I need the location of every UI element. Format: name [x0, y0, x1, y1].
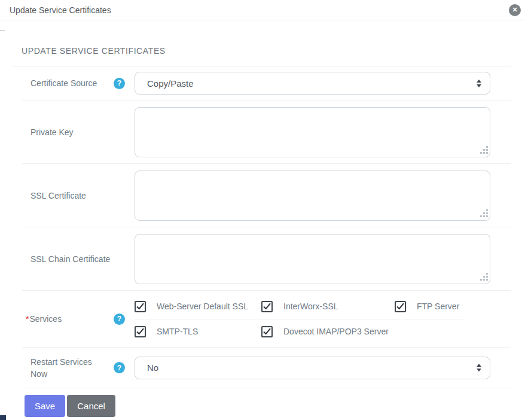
private-key-label: Private Key — [30, 126, 135, 138]
services-label-text: Services — [29, 314, 62, 324]
ssl-certificate-label: SSL Certificate — [30, 190, 135, 202]
checkbox-checked[interactable] — [135, 301, 146, 312]
save-button[interactable]: Save — [25, 395, 65, 417]
service-item-label: Dovecot IMAP/POP3 Server — [283, 327, 389, 336]
help-icon[interactable]: ? — [114, 78, 125, 89]
service-item-interworx-ssl: InterWorx-SSL — [261, 301, 395, 312]
service-item-label: FTP Server — [417, 302, 459, 311]
bottom-left-accent — [0, 415, 6, 420]
service-item-dovecot: Dovecot IMAP/POP3 Server — [261, 326, 389, 337]
modal-header: Update Service Certificates ✕ — [0, 0, 525, 20]
certificate-source-select[interactable]: Copy/Paste — [135, 72, 490, 95]
section-heading-wrap: UPDATE SERVICE CERTIFICATES — [11, 20, 511, 66]
service-item-label: Web-Server Default SSL — [157, 302, 248, 311]
checkbox-checked[interactable] — [395, 301, 406, 312]
ssl-chain-certificate-control-col — [135, 234, 511, 284]
service-item-ftp-server: FTP Server — [395, 301, 459, 312]
question-glyph: ? — [117, 364, 121, 372]
modal-title: Update Service Certificates — [10, 5, 111, 15]
cancel-button[interactable]: Cancel — [67, 395, 115, 417]
restart-services-select[interactable]: No — [135, 357, 490, 379]
close-icon: ✕ — [512, 7, 517, 13]
help-icon[interactable]: ? — [114, 362, 125, 373]
certificate-source-control-col: Copy/Paste — [135, 72, 511, 95]
ssl-certificate-textarea-wrap — [135, 171, 490, 221]
certificate-source-selected-value: Copy/Paste — [147, 78, 194, 89]
services-row-1: Web-Server Default SSL InterWorx-SSL FTP… — [135, 294, 490, 319]
row-restart-services-now: Restart Services Now ? No — [22, 348, 511, 388]
service-item-web-server: Web-Server Default SSL — [135, 301, 261, 312]
restart-services-label: Restart Services Now — [30, 356, 114, 380]
private-key-label-col: Private Key — [22, 126, 135, 138]
services-label-col: *Services ? — [22, 313, 135, 325]
help-icon[interactable]: ? — [114, 314, 125, 325]
row-certificate-source: Certificate Source ? Copy/Paste — [22, 66, 511, 101]
ssl-certificate-textarea[interactable] — [135, 171, 490, 221]
checkbox-checked[interactable] — [261, 326, 273, 337]
private-key-textarea-wrap — [135, 107, 490, 157]
select-arrows-icon — [477, 80, 481, 87]
services-row-2: SMTP-TLS Dovecot IMAP/POP3 Server — [135, 319, 490, 344]
close-button[interactable]: ✕ — [509, 4, 521, 16]
ssl-certificate-label-col: SSL Certificate — [22, 190, 135, 202]
ssl-chain-certificate-textarea[interactable] — [135, 234, 490, 284]
checkbox-checked[interactable] — [135, 326, 146, 337]
ssl-chain-certificate-textarea-wrap — [135, 234, 490, 284]
left-edge-divider-artifact — [0, 30, 5, 31]
ssl-chain-certificate-label-col: SSL Chain Certificate — [22, 253, 135, 265]
ssl-certificate-control-col — [135, 171, 511, 221]
services-label: *Services — [30, 313, 114, 325]
ssl-chain-certificate-label: SSL Chain Certificate — [30, 253, 135, 265]
checkbox-checked[interactable] — [261, 301, 273, 312]
certificate-source-label: Certificate Source — [30, 77, 114, 89]
row-private-key: Private Key — [22, 101, 511, 164]
question-glyph: ? — [117, 315, 121, 322]
row-ssl-chain-certificate: SSL Chain Certificate — [22, 227, 511, 291]
service-item-label: InterWorx-SSL — [283, 302, 338, 311]
select-arrows-icon — [477, 364, 481, 372]
service-item-label: SMTP-TLS — [157, 327, 198, 336]
question-glyph: ? — [117, 80, 121, 87]
restart-services-label-col: Restart Services Now ? — [22, 356, 135, 380]
certificate-source-label-col: Certificate Source ? — [22, 77, 135, 89]
service-item-smtp-tls: SMTP-TLS — [135, 326, 261, 337]
private-key-textarea[interactable] — [135, 107, 490, 157]
row-services: *Services ? Web-Server Default SSL Inter… — [22, 291, 511, 348]
restart-services-selected-value: No — [147, 363, 158, 373]
restart-services-control-col: No — [135, 357, 511, 379]
footer-actions: Save Cancel — [0, 388, 525, 417]
section-heading: UPDATE SERVICE CERTIFICATES — [22, 46, 166, 56]
row-ssl-certificate: SSL Certificate — [22, 164, 511, 227]
services-control-col: Web-Server Default SSL InterWorx-SSL FTP… — [135, 294, 511, 344]
private-key-control-col — [135, 107, 511, 157]
